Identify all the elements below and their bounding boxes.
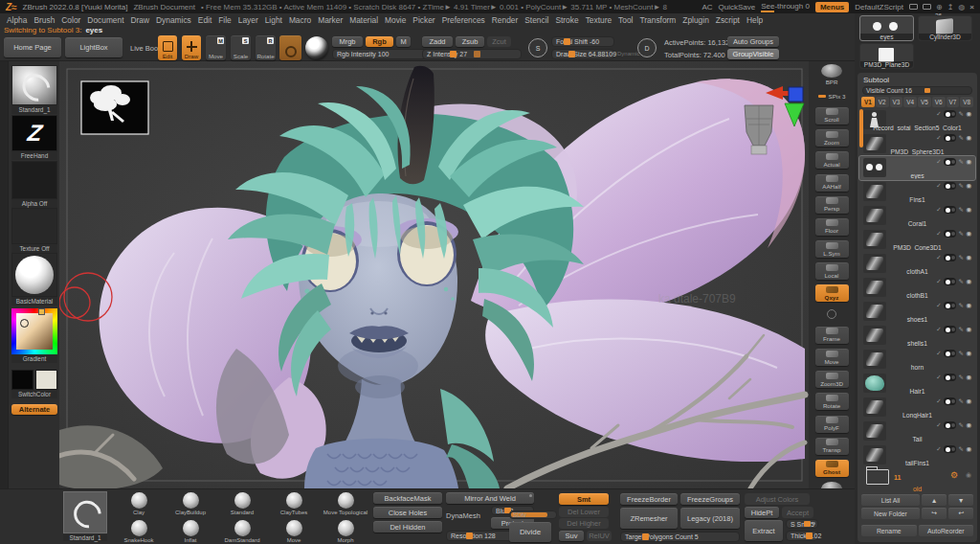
active-brush-thumbnail[interactable]	[63, 491, 107, 533]
user-icon[interactable]: ⊕	[936, 3, 943, 11]
right-shelf-button[interactable]: Ghost	[815, 460, 849, 477]
tray-divider[interactable]	[0, 61, 9, 488]
menu-item[interactable]: Material	[349, 15, 378, 25]
subtool-toggle-icons[interactable]: ✓ ✎ ◉	[936, 421, 971, 429]
material-thumbnail[interactable]	[11, 253, 57, 297]
group-visible-button[interactable]: GroupVisible	[727, 49, 779, 59]
right-shelf-button[interactable]: Move	[815, 349, 849, 366]
subtool-folder-row[interactable]: 11 ⚙ ◉ old	[859, 467, 975, 492]
subtool-item[interactable]: ✓ ✎ ◉ Hair1	[859, 372, 975, 396]
subtool-scrollbar[interactable]	[859, 109, 863, 147]
brush-thumbnail[interactable]: SnakeHook	[113, 517, 165, 544]
tool-slot-cylinder[interactable]: Cylinder3D	[918, 15, 972, 41]
subtool-toggle-icons[interactable]: ✓ ✎ ◉	[936, 302, 971, 309]
legacy-2018-button[interactable]: Legacy (2018)	[680, 508, 740, 529]
subtool-toggle-icons[interactable]: ✓ ✎ ◉	[936, 230, 971, 238]
right-shelf-button[interactable]: Zoom	[815, 129, 849, 147]
divide-button[interactable]: Divide	[509, 522, 551, 542]
subtool-item[interactable]: ✓ ✎ ◉ shoes1	[859, 300, 975, 324]
right-shelf-button[interactable]	[815, 307, 849, 322]
draw-size-slider[interactable]: Draw Size 64.88109	[551, 49, 614, 59]
current-stroke-slot[interactable]: Z FreeHand	[11, 115, 57, 160]
subtool-toggle-icons[interactable]: ✓ ✎ ◉	[936, 445, 971, 453]
subtool-item[interactable]: ✓ ✎ ◉ clothB1	[859, 276, 975, 300]
brush-thumbnail[interactable]: Inflat	[165, 517, 216, 544]
menu-item[interactable]: Zplugin	[682, 15, 708, 25]
freeze-border-button[interactable]: FreezeBorder	[620, 493, 678, 505]
new-folder-button[interactable]: New Folder	[861, 508, 920, 519]
menu-item[interactable]: Layer	[238, 15, 258, 25]
tool-slot-plane[interactable]: PM3D_Plane3D	[859, 43, 914, 69]
right-shelf-button[interactable]: Qxyz	[815, 284, 849, 302]
subtool-toggle-icons[interactable]: ✓ ✎ ◉	[936, 134, 971, 142]
right-shelf-button[interactable]: Actual	[815, 151, 849, 169]
stroke-indicator-icon[interactable]: S	[528, 38, 547, 57]
zsub-button[interactable]: Zsub	[456, 36, 484, 47]
main-color-swatch[interactable]	[11, 370, 33, 390]
right-shelf-button[interactable]: Floor	[815, 218, 849, 236]
menu-item[interactable]: Movie	[385, 15, 406, 25]
color-picker[interactable]	[11, 308, 57, 354]
tool-slot-eyes[interactable]: eyes	[859, 15, 914, 41]
view-button[interactable]: V4	[903, 97, 917, 107]
menu-item[interactable]: Zscript	[716, 15, 740, 25]
subtool-item[interactable]: ✓ ✎ ◉ Record_sotai_Section5_Color1	[859, 108, 975, 132]
current-brush-slot[interactable]: Standard_1	[11, 65, 57, 114]
quicksave-button[interactable]: QuickSave	[719, 3, 756, 11]
reluv-button[interactable]: RelUV	[587, 531, 612, 541]
target-polygons-slider[interactable]: Target Polygons Count 5	[620, 532, 740, 542]
zcut-button[interactable]: Zcut	[487, 36, 511, 47]
right-shelf-button[interactable]: Local	[815, 262, 849, 280]
right-shelf-button[interactable]: BPR	[815, 64, 849, 85]
menu-item[interactable]: Dynamics	[156, 15, 191, 25]
focal-shift-slider[interactable]: Focal Shift -60	[551, 36, 614, 47]
dynamic-toggle[interactable]: Dynamic	[617, 51, 639, 57]
subtool-toggle-icons[interactable]: ✓ ✎ ◉	[936, 350, 971, 357]
lightbox-button[interactable]: LightBox	[65, 37, 122, 57]
view-button[interactable]: V5	[918, 97, 931, 107]
zremesher-button[interactable]: ZRemesher	[620, 508, 678, 529]
alpha-thumbnail[interactable]	[11, 161, 57, 199]
gear-icon[interactable]: ⚙	[950, 470, 958, 480]
mirror-and-weld-button[interactable]: Mirror And Weld	[446, 492, 534, 504]
del-lower-button[interactable]: Del Lower	[559, 507, 609, 517]
right-shelf-button[interactable]: Transp	[815, 438, 849, 455]
subtool-item[interactable]: ✓ ✎ ◉ LongHair1	[859, 396, 975, 419]
adjust-colors-button[interactable]: Adjust Colors	[745, 493, 810, 505]
list-all-button[interactable]: List All	[861, 494, 920, 506]
right-shelf-button[interactable]: PolyF	[815, 416, 849, 433]
eye-icon[interactable]: ◉	[966, 471, 971, 479]
right-shelf-button[interactable]: AAHalf	[815, 174, 849, 192]
draw-size-indicator-icon[interactable]: D	[637, 38, 657, 57]
right-shelf-button[interactable]: Persp	[815, 196, 849, 214]
brush-thumbnail[interactable]: Move	[268, 517, 320, 544]
smt-button[interactable]: Smt	[559, 493, 609, 505]
scale-button[interactable]: SScale	[231, 35, 251, 60]
subtool-toggle-icons[interactable]: ✓ ✎ ◉	[936, 254, 971, 261]
subtool-toggle-icons[interactable]: ✓ ✎ ◉	[936, 158, 971, 166]
sdiv-slider[interactable]: SDiv	[509, 510, 557, 519]
subtool-item[interactable]: ✓ ✎ ◉ shells1	[859, 324, 975, 348]
menu-item[interactable]: Brush	[33, 15, 55, 25]
alpha-preview-thumbnail[interactable]	[81, 81, 148, 134]
move-down-button[interactable]: ▼	[948, 494, 973, 506]
menu-item[interactable]: Stencil	[524, 15, 548, 25]
color-picker-slot[interactable]: Gradient	[11, 308, 57, 363]
rotate-button[interactable]: RRotate	[256, 35, 276, 60]
right-shelf-button[interactable]: Zoom3D	[815, 371, 849, 388]
draw-button[interactable]: Draw	[182, 35, 201, 60]
brush-thumbnail[interactable]: ClayTubes	[268, 489, 320, 517]
subtool-toggle-icons[interactable]: ✓ ✎ ◉	[936, 110, 971, 118]
menu-item[interactable]: Alpha	[7, 15, 27, 25]
subtool-item[interactable]: ✓ ✎ ◉ Fins1	[859, 180, 975, 204]
stroke-thumbnail[interactable]: Z	[11, 115, 57, 151]
menu-item[interactable]: Marker	[318, 15, 343, 25]
brush-thumbnail[interactable]: Standard	[216, 489, 268, 517]
secondary-color-swatch[interactable]	[35, 370, 57, 390]
s-smt-slider[interactable]: S Smt 5	[786, 519, 818, 529]
extract-button[interactable]: Extract	[745, 520, 783, 541]
m-button[interactable]: M	[396, 36, 411, 47]
del-higher-button[interactable]: Del Higher	[559, 518, 609, 529]
brush-thumbnail[interactable]	[11, 65, 57, 105]
current-texture-slot[interactable]: Texture Off	[11, 208, 57, 253]
